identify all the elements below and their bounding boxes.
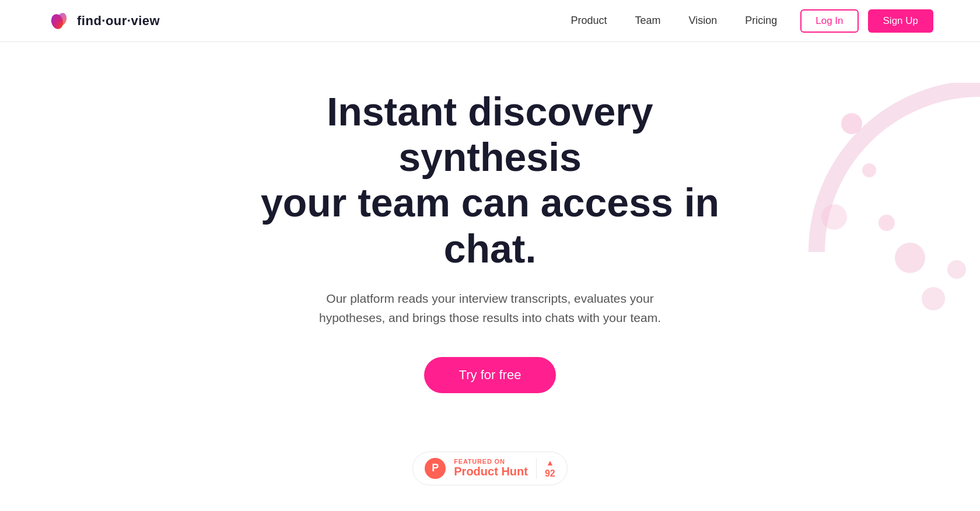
nav-pricing[interactable]: Pricing	[745, 15, 777, 27]
svg-point-2	[841, 113, 862, 134]
svg-point-7	[922, 287, 945, 310]
ph-badge-wrapper: P FEATURED ON Product Hunt ▲ 92	[12, 452, 968, 511]
nav-team[interactable]: Team	[635, 15, 661, 27]
ph-upvote-arrow: ▲	[546, 458, 554, 467]
deco-arc	[758, 83, 980, 304]
nav-product[interactable]: Product	[570, 15, 607, 27]
ph-text-group: FEATURED ON Product Hunt	[454, 458, 528, 478]
cta-wrapper: Try for free	[12, 357, 968, 422]
navbar: find·our·view Product Team Vision Pricin…	[0, 0, 980, 42]
nav-links: Product Team Vision Pricing	[570, 15, 777, 27]
ph-logo-icon: P	[425, 458, 446, 479]
try-free-button[interactable]: Try for free	[424, 357, 556, 393]
ph-featured-label: FEATURED ON	[454, 458, 505, 465]
deco-dots	[688, 42, 980, 392]
ph-vote-count: 92	[545, 468, 555, 479]
ph-votes: ▲ 92	[536, 458, 555, 479]
brand-logo-icon	[47, 9, 71, 33]
signup-button[interactable]: Sign Up	[868, 9, 933, 33]
svg-point-8	[947, 260, 966, 279]
nav-buttons: Log In Sign Up	[800, 9, 933, 33]
svg-point-6	[895, 243, 925, 273]
brand-name: find·our·view	[77, 13, 160, 29]
svg-point-3	[862, 163, 876, 177]
product-hunt-badge[interactable]: P FEATURED ON Product Hunt ▲ 92	[412, 452, 567, 485]
ph-name: Product Hunt	[454, 465, 528, 478]
svg-point-5	[878, 215, 895, 231]
svg-point-4	[821, 204, 847, 230]
hero-subtitle: Our platform reads your interview transc…	[292, 289, 688, 328]
hero-title: Instant discovery synthesis your team ca…	[251, 89, 729, 271]
nav-vision[interactable]: Vision	[689, 15, 718, 27]
logo-link[interactable]: find·our·view	[47, 9, 160, 33]
hero-section: Instant discovery synthesis your team ca…	[0, 42, 980, 511]
login-button[interactable]: Log In	[800, 9, 858, 33]
